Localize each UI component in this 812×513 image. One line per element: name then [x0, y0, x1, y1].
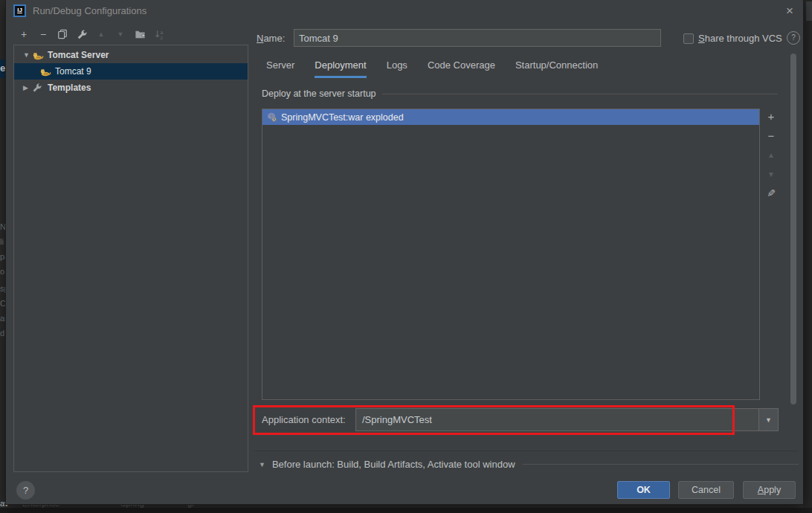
cancel-button[interactable]: Cancel: [678, 481, 734, 499]
background-taskbar: [0, 508, 812, 513]
add-artifact-button[interactable]: +: [765, 110, 777, 122]
intellij-logo-icon: IJ: [13, 4, 26, 17]
tab-startup-connection[interactable]: Startup/Connection: [515, 59, 598, 78]
background-text: e: [0, 62, 5, 74]
copy-icon: [57, 29, 68, 39]
dialog-titlebar: IJ Run/Debug Configurations ×: [6, 0, 803, 22]
close-icon[interactable]: ×: [781, 2, 799, 20]
configurations-tree: ▼ Tomcat Server: [13, 45, 248, 472]
dialog-title: Run/Debug Configurations: [33, 5, 146, 16]
move-artifact-down-icon[interactable]: ▼: [765, 168, 777, 180]
share-label-mnemonic: S: [698, 33, 705, 44]
separator-line: [523, 464, 799, 465]
configurations-toolbar: + − ▲ ▼ a z: [18, 28, 165, 40]
separator-line: [382, 94, 778, 94]
add-configuration-button[interactable]: +: [18, 28, 30, 40]
tomcat-icon: [32, 49, 45, 61]
application-context-value[interactable]: /SpringMVCTest: [356, 414, 758, 425]
dropdown-arrow-icon[interactable]: ▼: [758, 409, 778, 430]
tree-item-templates[interactable]: ▶ Templates: [14, 80, 248, 96]
artifact-list-item[interactable]: SpringMVCTest:war exploded: [262, 109, 759, 125]
vertical-scrollbar[interactable]: [790, 54, 796, 404]
tomcat-icon: [39, 65, 52, 77]
wrench-icon: [77, 29, 88, 40]
apply-button[interactable]: Apply: [743, 481, 796, 499]
tree-item-tomcat-9[interactable]: Tomcat 9: [14, 63, 248, 80]
new-folder-icon[interactable]: [134, 28, 146, 40]
name-label: Name:: [257, 33, 285, 44]
background-ide-right: [803, 0, 812, 513]
ok-button[interactable]: OK: [617, 481, 670, 499]
share-help-icon[interactable]: ?: [787, 31, 800, 45]
sort-configurations-icon[interactable]: a z: [153, 28, 165, 40]
svg-text:z: z: [160, 34, 163, 39]
background-ide-panel: [806, 1, 812, 21]
artifact-icon: [266, 112, 278, 123]
collapse-arrow-icon[interactable]: ▶: [23, 84, 32, 91]
deploy-group-label: Deploy at the server startup: [262, 88, 376, 99]
before-launch-label: Before launch: Build, Build Artifacts, A…: [272, 459, 515, 470]
tree-item-label: Tomcat Server: [48, 50, 109, 60]
background-text-fragment: e: [0, 59, 6, 78]
remove-configuration-button[interactable]: −: [37, 28, 49, 40]
collapse-arrow-icon[interactable]: ▼: [259, 461, 265, 468]
tab-code-coverage[interactable]: Code Coverage: [428, 59, 495, 78]
run-debug-configurations-dialog: IJ Run/Debug Configurations × + − ▲ ▼: [6, 0, 803, 504]
move-up-icon[interactable]: ▲: [95, 28, 107, 40]
artifact-list-toolbar: + − ▲ ▼ ✎: [765, 110, 777, 199]
share-through-vcs-label[interactable]: Share through VCS: [698, 33, 782, 44]
copy-configuration-icon[interactable]: [57, 28, 68, 40]
name-label-rest: ame:: [263, 33, 285, 44]
move-down-icon[interactable]: ▼: [115, 28, 126, 40]
artifact-label: SpringMVCTest:war exploded: [281, 112, 404, 123]
tab-logs[interactable]: Logs: [387, 59, 407, 78]
tree-item-tomcat-server[interactable]: ▼ Tomcat Server: [14, 47, 248, 63]
expand-arrow-icon[interactable]: ▼: [23, 51, 32, 59]
share-through-vcs-checkbox[interactable]: [683, 33, 694, 44]
application-context-combobox[interactable]: /SpringMVCTest ▼: [355, 408, 779, 431]
share-label-rest: hare through VCS: [705, 33, 782, 44]
deploy-group-header: Deploy at the server startup: [262, 88, 778, 99]
configuration-tabs: Server Deployment Logs Code Coverage Sta…: [266, 59, 598, 78]
sort-az-icon: a z: [154, 29, 165, 40]
name-input[interactable]: [294, 29, 661, 47]
remove-artifact-button[interactable]: −: [765, 129, 777, 141]
name-label-mnemonic: N: [257, 33, 263, 44]
apply-mnemonic: A: [758, 485, 764, 495]
edit-defaults-wrench-icon[interactable]: [76, 28, 88, 40]
move-artifact-up-icon[interactable]: ▲: [765, 149, 777, 161]
application-context-label: Application context:: [262, 414, 346, 425]
apply-rest: pply: [764, 485, 781, 495]
folder-plus-icon: [135, 29, 146, 40]
tree-item-label: Tomcat 9: [55, 66, 91, 77]
wrench-icon: [32, 82, 45, 94]
screen: { "window": { "title": "Run/Debug Config…: [0, 0, 812, 513]
edit-artifact-pencil-icon[interactable]: ✎: [765, 187, 777, 199]
tab-deployment[interactable]: Deployment: [315, 59, 366, 78]
tab-server[interactable]: Server: [266, 59, 294, 78]
tree-item-label: Templates: [48, 83, 91, 93]
deployment-artifact-list: SpringMVCTest:war exploded: [262, 109, 760, 400]
before-launch-row[interactable]: ▼ Before launch: Build, Build Artifacts,…: [259, 459, 799, 470]
content-divider: [254, 451, 799, 451]
help-button[interactable]: ?: [16, 481, 35, 500]
